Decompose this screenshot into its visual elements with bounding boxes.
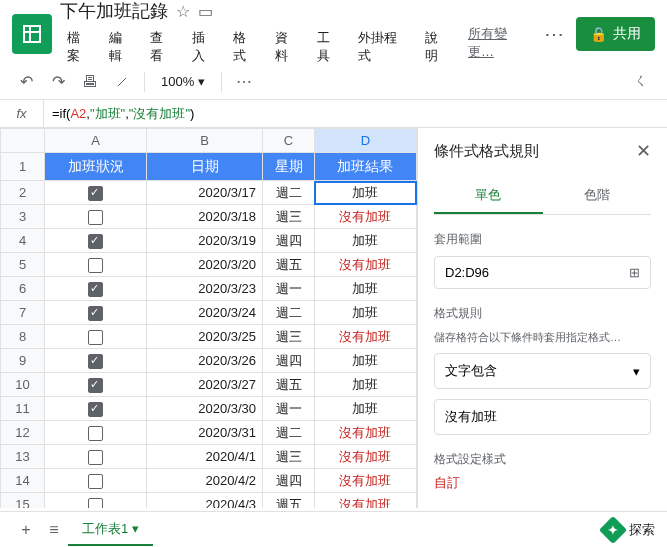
menu-插入[interactable]: 插入	[185, 25, 225, 69]
cell-date[interactable]: 2020/3/25	[147, 325, 263, 349]
row-header-13[interactable]: 13	[1, 445, 45, 469]
range-input[interactable]: D2:D96 ⊞	[434, 256, 651, 289]
star-icon[interactable]: ☆	[176, 2, 190, 21]
cell-weekday[interactable]: 週四	[263, 349, 315, 373]
cell-result[interactable]: 加班	[314, 349, 416, 373]
cell-result[interactable]: 加班	[314, 397, 416, 421]
fx-label[interactable]: fx	[0, 100, 44, 127]
cell-result[interactable]: 加班	[314, 277, 416, 301]
cell-date[interactable]: 2020/3/31	[147, 421, 263, 445]
formula-input[interactable]: =if(A2,"加班","沒有加班")	[44, 105, 194, 123]
cell-checkbox[interactable]	[45, 277, 147, 301]
undo-button[interactable]: ↶	[12, 68, 40, 96]
paint-format-button[interactable]: ⟋	[108, 68, 136, 96]
explore-button[interactable]: ✦ 探索	[603, 520, 655, 540]
select-all-corner[interactable]	[1, 129, 45, 153]
zoom-select[interactable]: 100%▾	[153, 70, 213, 93]
cell-weekday[interactable]: 週五	[263, 253, 315, 277]
cell-checkbox[interactable]	[45, 421, 147, 445]
cell-weekday[interactable]: 週一	[263, 397, 315, 421]
row-header-1[interactable]: 1	[1, 153, 45, 181]
document-title[interactable]: 下午加班記錄	[60, 0, 168, 23]
cell-checkbox[interactable]	[45, 397, 147, 421]
cell-checkbox[interactable]	[45, 493, 147, 509]
header-cell[interactable]: 加班狀況	[45, 153, 147, 181]
strikethrough-button[interactable]: S	[530, 500, 556, 508]
menu-說明[interactable]: 說明	[418, 25, 458, 69]
cell-result[interactable]: 沒有加班	[314, 421, 416, 445]
cell-weekday[interactable]: 週二	[263, 421, 315, 445]
condition-value-input[interactable]: 沒有加班	[434, 399, 651, 435]
cell-result[interactable]: 加班	[314, 373, 416, 397]
cell-result[interactable]: 沒有加班	[314, 205, 416, 229]
cell-result[interactable]: 加班	[314, 181, 416, 205]
sheets-logo[interactable]	[12, 14, 52, 54]
cell-date[interactable]: 2020/3/24	[147, 301, 263, 325]
cell-result[interactable]: 沒有加班	[314, 469, 416, 493]
cell-date[interactable]: 2020/3/20	[147, 253, 263, 277]
underline-button[interactable]: U	[498, 500, 524, 508]
add-sheet-button[interactable]: +	[12, 516, 40, 544]
cell-weekday[interactable]: 週五	[263, 373, 315, 397]
cell-result[interactable]: 沒有加班	[314, 253, 416, 277]
row-header-4[interactable]: 4	[1, 229, 45, 253]
cell-weekday[interactable]: 週一	[263, 277, 315, 301]
column-header-B[interactable]: B	[147, 129, 263, 153]
row-header-7[interactable]: 7	[1, 301, 45, 325]
cell-date[interactable]: 2020/4/3	[147, 493, 263, 509]
cell-result[interactable]: 沒有加班	[314, 445, 416, 469]
cell-result[interactable]: 沒有加班	[314, 325, 416, 349]
row-header-2[interactable]: 2	[1, 181, 45, 205]
cell-checkbox[interactable]	[45, 469, 147, 493]
menu-查看[interactable]: 查看	[143, 25, 183, 69]
condition-dropdown[interactable]: 文字包含 ▾	[434, 353, 651, 389]
menu-外掛程式[interactable]: 外掛程式	[351, 25, 416, 69]
row-header-15[interactable]: 15	[1, 493, 45, 509]
all-sheets-button[interactable]: ≡	[40, 516, 68, 544]
cell-date[interactable]: 2020/4/1	[147, 445, 263, 469]
header-cell[interactable]: 加班結果	[314, 153, 416, 181]
cell-checkbox[interactable]	[45, 229, 147, 253]
row-header-12[interactable]: 12	[1, 421, 45, 445]
changes-link[interactable]: 所有變更…	[468, 25, 532, 69]
cell-date[interactable]: 2020/3/19	[147, 229, 263, 253]
column-header-C[interactable]: C	[263, 129, 315, 153]
row-header-11[interactable]: 11	[1, 397, 45, 421]
close-icon[interactable]: ✕	[636, 140, 651, 162]
menu-資料[interactable]: 資料	[268, 25, 308, 69]
tab-color-scale[interactable]: 色階	[543, 178, 652, 214]
row-header-5[interactable]: 5	[1, 253, 45, 277]
row-header-14[interactable]: 14	[1, 469, 45, 493]
print-button[interactable]: 🖶	[76, 68, 104, 96]
cell-weekday[interactable]: 週二	[263, 301, 315, 325]
row-header-9[interactable]: 9	[1, 349, 45, 373]
cell-result[interactable]: 加班	[314, 229, 416, 253]
move-icon[interactable]: ▭	[198, 2, 213, 21]
cell-date[interactable]: 2020/3/27	[147, 373, 263, 397]
header-cell[interactable]: 日期	[147, 153, 263, 181]
row-header-10[interactable]: 10	[1, 373, 45, 397]
spreadsheet[interactable]: ABCD1加班狀況日期星期加班結果22020/3/17週二加班32020/3/1…	[0, 128, 417, 508]
cell-date[interactable]: 2020/3/18	[147, 205, 263, 229]
header-cell[interactable]: 星期	[263, 153, 315, 181]
menu-工具[interactable]: 工具	[310, 25, 350, 69]
italic-button[interactable]: I	[466, 500, 492, 508]
cell-checkbox[interactable]	[45, 373, 147, 397]
cell-result[interactable]: 沒有加班	[314, 493, 416, 509]
cell-checkbox[interactable]	[45, 445, 147, 469]
column-header-A[interactable]: A	[45, 129, 147, 153]
menu-檔案[interactable]: 檔案	[60, 25, 100, 69]
cell-date[interactable]: 2020/4/2	[147, 469, 263, 493]
cell-checkbox[interactable]	[45, 301, 147, 325]
cell-date[interactable]: 2020/3/30	[147, 397, 263, 421]
menu-格式[interactable]: 格式	[226, 25, 266, 69]
cell-result[interactable]: 加班	[314, 301, 416, 325]
cell-checkbox[interactable]	[45, 181, 147, 205]
cell-weekday[interactable]: 週五	[263, 493, 315, 509]
text-color-button[interactable]: A	[562, 500, 588, 508]
cell-weekday[interactable]: 週三	[263, 325, 315, 349]
fill-color-button[interactable]: ◢▾	[594, 500, 620, 508]
menu-編輯[interactable]: 編輯	[102, 25, 142, 69]
toolbar-overflow[interactable]: ⋯	[230, 68, 258, 96]
cell-date[interactable]: 2020/3/26	[147, 349, 263, 373]
